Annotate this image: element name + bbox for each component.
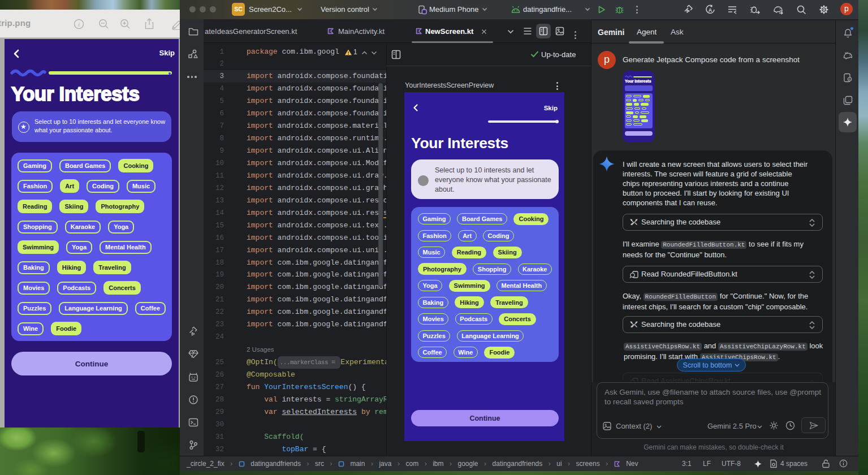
svg-text:i: i — [78, 21, 80, 28]
svg-text:A: A — [709, 7, 712, 13]
